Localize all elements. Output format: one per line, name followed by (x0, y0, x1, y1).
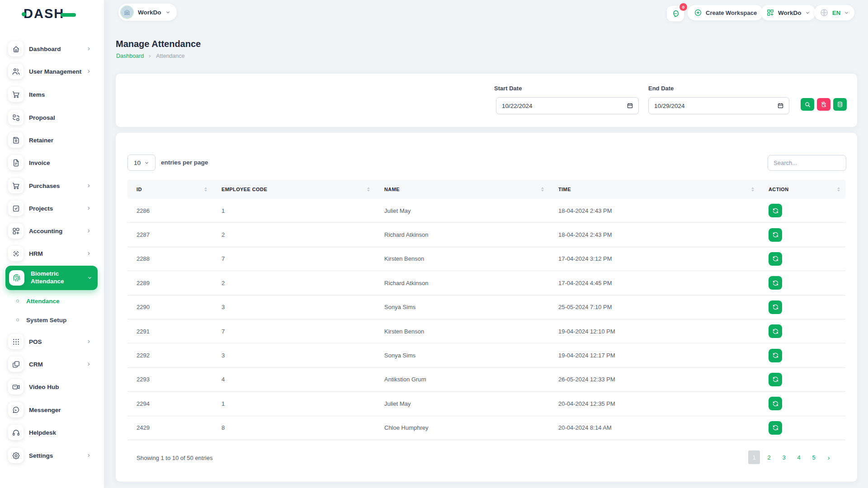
refresh-attendance-button[interactable] (769, 349, 782, 362)
refresh-attendance-button[interactable] (769, 324, 782, 338)
refresh-attendance-button[interactable] (769, 373, 782, 386)
column-header-id[interactable]: ID (127, 180, 212, 199)
sidebar-item-messenger[interactable]: Messenger (0, 399, 104, 421)
page-button-2[interactable]: 2 (763, 450, 775, 464)
cell-id: 2287 (127, 231, 212, 238)
export-data-button[interactable] (833, 98, 847, 111)
start-date-input[interactable] (496, 97, 639, 114)
create-workspace-button[interactable]: Create Workspace (688, 5, 763, 20)
sidebar-item-biometric-attendance[interactable]: Biometric Attendance (5, 266, 98, 290)
sidebar-item-helpdesk[interactable]: Helpdesk (0, 421, 104, 444)
cell-name: Sonya Sims (375, 352, 549, 359)
globe-icon (820, 8, 829, 17)
sidebar-item-label: Items (29, 91, 45, 98)
sidebar-item-purchases[interactable]: Purchases (0, 174, 104, 197)
filter-card: Start Date End Date (116, 74, 857, 127)
chevron-right-icon (148, 54, 152, 58)
sidebar-item-user-management[interactable]: User Management (0, 60, 104, 83)
refresh-attendance-button[interactable] (769, 421, 782, 435)
table-row: 2286 1 Juliet May 18-04-2024 2:43 PM (127, 199, 845, 223)
table-row: 2291 7 Kirsten Benson 19-04-2024 12:10 P… (127, 319, 845, 343)
swap-grid-icon (8, 110, 24, 125)
app-logo[interactable]: DASH (24, 6, 64, 21)
sidebar-item-retainer[interactable]: Retainer (0, 129, 104, 151)
cart-icon (8, 87, 24, 102)
refresh-attendance-button[interactable] (769, 397, 782, 410)
sort-icon (751, 187, 754, 192)
breadcrumb-dashboard-link[interactable]: Dashboard (116, 53, 144, 59)
sidebar-item-label: Projects (29, 205, 53, 212)
sidebar-item-items[interactable]: Items (0, 83, 104, 106)
end-date-input[interactable] (648, 97, 789, 114)
sidebar-item-label: Purchases (29, 183, 60, 189)
clear-filter-button[interactable] (817, 98, 830, 111)
sidebar-item-dashboard[interactable]: Dashboard (0, 38, 104, 60)
chevron-right-icon (86, 453, 91, 458)
cell-action (760, 252, 845, 266)
column-header-name[interactable]: NAME (375, 180, 549, 199)
cell-time: 18-04-2024 2:43 PM (549, 231, 760, 238)
cell-name: Chloe Humphrey (375, 424, 549, 431)
sidebar-item-hrm[interactable]: HRM (0, 242, 104, 265)
sidebar-item-label: Proposal (29, 114, 55, 121)
cell-id: 2294 (127, 400, 212, 407)
sidebar-item-label: Settings (29, 452, 53, 459)
sidebar-item-label: Helpdesk (29, 429, 56, 436)
search-icon (804, 101, 811, 108)
language-selector[interactable]: EN (814, 5, 854, 20)
sort-icon (541, 187, 544, 192)
cell-employee-code: 1 (212, 400, 375, 407)
refresh-attendance-button[interactable] (769, 276, 782, 290)
sidebar-item-video-hub[interactable]: Video Hub (0, 375, 104, 398)
sidebar-item-invoice[interactable]: Invoice (0, 151, 104, 174)
sidebar-item-pos[interactable]: POS (0, 330, 104, 353)
sidebar-item-crm[interactable]: CRM (0, 353, 104, 375)
column-label: ID (137, 187, 142, 192)
workspace-selector[interactable]: WorkDo (118, 4, 177, 21)
refresh-icon (772, 424, 779, 431)
refresh-attendance-button[interactable] (769, 300, 782, 314)
refresh-icon (772, 400, 779, 407)
refresh-icon (772, 328, 779, 335)
workspace-name: WorkDo (138, 9, 161, 16)
chevron-right-icon (86, 251, 91, 256)
cell-id: 2286 (127, 207, 212, 214)
sidebar-subitem-system-setup[interactable]: System Setup (0, 312, 104, 328)
sidebar-item-accounting[interactable]: Accounting (0, 220, 104, 242)
refresh-attendance-button[interactable] (769, 228, 782, 242)
cell-time: 20-04-2024 12:35 PM (549, 400, 760, 407)
sidebar-item-proposal[interactable]: Proposal (0, 106, 104, 129)
cell-action (760, 421, 845, 435)
column-header-time[interactable]: TIME (549, 180, 760, 199)
cell-name: Richard Atkinson (375, 280, 549, 286)
table-row: 2292 3 Sonya Sims 19-04-2024 12:17 PM (127, 343, 845, 367)
cell-employee-code: 4 (212, 376, 375, 383)
next-page-button[interactable]: › (823, 450, 835, 464)
sidebar-item-settings[interactable]: Settings (0, 444, 104, 467)
page-button-3[interactable]: 3 (778, 450, 790, 464)
apply-filter-button[interactable] (801, 98, 814, 111)
users-icon (8, 64, 24, 79)
home-icon (8, 41, 24, 56)
page-button-1[interactable]: 1 (748, 450, 760, 464)
page-button-4[interactable]: 4 (793, 450, 805, 464)
refresh-attendance-button[interactable] (769, 252, 782, 266)
column-header-employee-code[interactable]: EMPLOYEE CODE (212, 180, 375, 199)
cell-employee-code: 2 (212, 231, 375, 238)
circle-plus-icon (694, 9, 702, 17)
refresh-attendance-button[interactable] (769, 204, 782, 217)
table-search-input[interactable] (768, 155, 846, 171)
notifications-button[interactable]: 0 (667, 6, 684, 21)
sidebar-item-projects[interactable]: Projects (0, 197, 104, 220)
sidebar-item-label: Accounting (29, 228, 62, 235)
chevron-down-icon (165, 10, 170, 15)
column-header-action[interactable]: ACTION (760, 180, 845, 199)
sidebar-subitem-label: Attendance (26, 298, 60, 305)
entries-per-page-select[interactable]: 10 (127, 155, 156, 171)
app-switcher[interactable]: WorkDo (761, 5, 816, 20)
cell-employee-code: 8 (212, 424, 375, 431)
sort-icon (204, 187, 207, 192)
page-button-5[interactable]: 5 (808, 450, 820, 464)
sidebar-subitem-attendance[interactable]: Attendance (0, 293, 104, 309)
table-row: 2293 4 Antikstion Grum 26-05-2024 12:33 … (127, 368, 845, 392)
